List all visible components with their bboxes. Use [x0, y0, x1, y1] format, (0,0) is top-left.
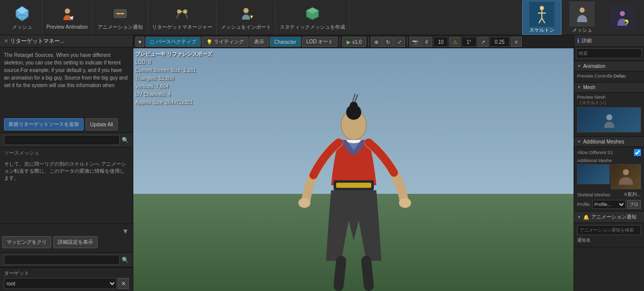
angle-input[interactable] — [461, 37, 476, 47]
grid-button[interactable]: # — [421, 37, 432, 47]
source-search-input[interactable] — [4, 135, 120, 145]
anim-notify-collapse-icon: ▼ — [577, 215, 581, 220]
svg-line-19 — [542, 18, 545, 23]
toolbar-item-mesh-import[interactable]: メッシュをインポート — [217, 1, 276, 35]
skeletal-meshes-count: 0 配列... — [624, 191, 641, 198]
warning-button[interactable]: ⚠ — [449, 37, 460, 47]
svg-rect-28 — [336, 183, 371, 188]
allow-different-checkbox[interactable] — [634, 149, 641, 156]
lod-input[interactable] — [433, 37, 448, 47]
close-icon: ✕ — [4, 38, 8, 44]
lighting-button[interactable]: 💡 ライティング — [202, 37, 249, 47]
preview-controller-row: Preview Controlle Defau — [577, 74, 641, 79]
scroll-indicator: ▼ — [2, 226, 131, 236]
toolbar-item-static-mesh-label: スタティックメッシュを作成 — [280, 24, 345, 31]
additional-meshes-section-label: Additional Meshes — [583, 139, 624, 144]
update-all-button[interactable]: Update All — [86, 118, 118, 130]
additional-meshes-collapse-icon: ▼ — [577, 139, 581, 144]
profile-select[interactable]: Profile... — [592, 200, 626, 209]
rt-item-anim[interactable]: ▶ — [603, 1, 642, 35]
viewport: ▼ ⬡ パースペクティブ 💡 ライティング 表示 Character LOD オ… — [133, 35, 574, 291]
perspective-label: パースペクティブ — [156, 38, 196, 45]
scale-button[interactable]: ⤢ — [394, 37, 405, 47]
svg-point-30 — [399, 198, 411, 208]
preview-controller-label: Preview Controlle — [577, 74, 613, 79]
additional-meshes-section-header[interactable]: ▼ Additional Meshes — [574, 137, 644, 147]
toolbar-item-anim-notify-label: アニメーション通知 — [98, 24, 143, 31]
details-search-input[interactable] — [576, 48, 642, 58]
anim-notify-icon: 🔔 — [583, 214, 589, 220]
toolbar-item-anim-notify[interactable]: アニメーション通知 — [93, 1, 148, 35]
rt-item-mesh[interactable]: メッシュ — [562, 1, 602, 35]
speed-label: x1.0 — [352, 39, 362, 45]
character-button[interactable]: Character — [270, 37, 301, 47]
anim-notify-search-input[interactable] — [577, 225, 641, 235]
toolbar-item-retarget-mgr[interactable]: リターゲットマネージャー — [148, 1, 217, 35]
mesh-section-header[interactable]: ▼ Mesh — [574, 83, 644, 93]
vp-separator-2 — [368, 37, 369, 46]
svg-point-15 — [540, 6, 544, 10]
lod-label: LOD オート — [306, 38, 333, 45]
animation-section-label: Animation — [583, 63, 605, 69]
mesh-thumbnails — [577, 107, 641, 134]
character-area — [253, 80, 454, 291]
details-header: ℹ 詳細 — [574, 35, 644, 47]
lighting-icon: 💡 — [206, 39, 212, 45]
svg-line-31 — [339, 261, 341, 286]
profile-row: Profile Profile... プロ — [577, 200, 641, 209]
animation-section-content: Preview Controlle Defau — [574, 71, 644, 83]
svg-point-35 — [606, 114, 612, 120]
additional-mesh-thumbnail-right — [611, 164, 641, 189]
info-approx-size: Approx Size: 264x72x301 — [135, 99, 212, 107]
svg-point-5 — [65, 9, 70, 14]
perspective-button[interactable]: ⬡ パースペクティブ — [145, 37, 201, 47]
target-search-input[interactable] — [4, 255, 120, 265]
snap-button[interactable]: ↗ — [477, 37, 489, 47]
anim-notify-toolbar-icon — [111, 5, 129, 23]
target-select[interactable]: root — [4, 278, 117, 289]
svg-line-32 — [366, 261, 369, 286]
left-panel: ✕ リターゲットマネー... The Retarget Sources. Whe… — [0, 35, 133, 291]
rotate-button[interactable]: ↻ — [382, 37, 393, 47]
svg-point-8 — [117, 13, 119, 15]
description2-text: そして、次に同一リグの別のスケルトンへ アニメーション転送する際に、このデータの… — [0, 159, 133, 224]
svg-point-26 — [350, 102, 358, 110]
toolbar-item-preview-anim[interactable]: Preview Animation — [42, 1, 93, 35]
translate-button[interactable]: ⊕ — [371, 37, 382, 47]
profile-action-button[interactable]: プロ — [627, 200, 641, 209]
animation-section-header[interactable]: ▼ Animation — [574, 61, 644, 71]
viewport-dropdown-button[interactable]: ▼ — [135, 37, 144, 47]
preview-anim-toolbar-icon — [58, 5, 76, 23]
viewport-menu-button[interactable]: ≡ — [511, 37, 522, 47]
anim-notify-section-content: 通知名 — [574, 223, 644, 247]
show-button[interactable]: 表示 — [250, 37, 269, 47]
toolbar-item-mesh[interactable]: メッシュ — [2, 1, 42, 35]
svg-point-29 — [298, 198, 310, 208]
source-mesh-label: ソースメッシュ — [0, 148, 133, 159]
play-icon: ▶ — [347, 39, 351, 45]
add-retarget-source-button[interactable]: 新規リターゲットソースを追加 — [4, 118, 84, 130]
additional-mesh-thumbnail-row — [577, 164, 641, 189]
anim-notify-section-header[interactable]: ▼ 🔔 アニメーション通知 — [574, 211, 644, 223]
toolbar-item-static-mesh[interactable]: スタティックメッシュを作成 — [276, 1, 350, 35]
viewport-toolbar: ▼ ⬡ パースペクティブ 💡 ライティング 表示 Character LOD オ… — [133, 35, 574, 48]
rt-item-skeleton[interactable]: スケルトン — [522, 1, 561, 35]
camera-buttons: 📷 # — [410, 37, 432, 47]
svg-point-21 — [620, 11, 625, 16]
camera-button[interactable]: 📷 — [410, 37, 421, 47]
left-panel-header: ✕ リターゲットマネー... — [0, 35, 133, 47]
anim-notify-section-label: アニメーション通知 — [591, 213, 636, 221]
static-mesh-toolbar-icon — [303, 5, 321, 23]
speed-button[interactable]: ▶ x1.0 — [342, 37, 366, 47]
vp-separator-1 — [340, 37, 340, 46]
decimal-input[interactable] — [490, 37, 510, 47]
show-label: 表示 — [254, 38, 264, 45]
clear-mapping-button[interactable]: マッピングをクリ — [2, 236, 51, 248]
svg-text:▶: ▶ — [625, 21, 627, 24]
show-advanced-button[interactable]: 詳細設定を表示 — [53, 236, 98, 248]
mesh-collapse-icon: ▼ — [577, 85, 581, 90]
target-clear-button[interactable]: ✕ — [118, 278, 129, 289]
lod-button[interactable]: LOD オート — [302, 37, 338, 47]
info-icon: ℹ — [577, 37, 580, 44]
transform-buttons: ⊕ ↻ ⤢ — [371, 37, 405, 47]
